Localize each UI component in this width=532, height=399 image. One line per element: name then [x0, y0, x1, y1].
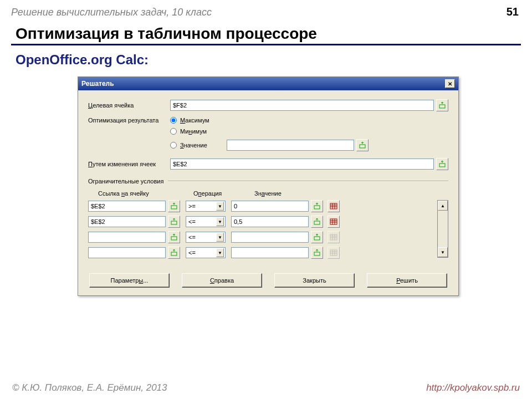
- changing-cells-ref-button[interactable]: [436, 158, 448, 170]
- constraint-row: >=▼: [88, 200, 432, 212]
- svg-rect-10: [171, 221, 177, 224]
- svg-rect-0: [439, 105, 445, 108]
- constraint-value-ref-button[interactable]: [311, 216, 323, 228]
- shrink-icon: [313, 249, 321, 257]
- title-rule: [11, 44, 521, 45]
- constraint-value-ref-button[interactable]: [311, 200, 323, 212]
- radio-value[interactable]: [170, 142, 177, 149]
- constraints-group-label: Ограничительные условия: [88, 178, 448, 185]
- delete-row-icon: [330, 218, 337, 225]
- radio-maximum[interactable]: [170, 117, 177, 124]
- constraint-delete-button: [328, 231, 340, 243]
- svg-rect-3: [171, 206, 177, 209]
- col-header-val: Значение: [254, 190, 332, 197]
- value-input[interactable]: [227, 140, 354, 151]
- constraint-value-input[interactable]: [231, 247, 309, 258]
- constraint-op-select[interactable]: >=▼: [186, 201, 226, 212]
- constraint-ref-button[interactable]: [168, 200, 180, 212]
- constraint-ref-input[interactable]: [88, 232, 166, 243]
- col-header-op: Операция: [193, 190, 254, 197]
- shrink-icon: [438, 101, 446, 109]
- constraint-row: <=▼: [88, 247, 432, 259]
- constraint-delete-button: [328, 247, 340, 259]
- constraint-headers: Ссылка на ячейку Операция Значение: [98, 190, 448, 197]
- dialog-titlebar[interactable]: Решатель ✕: [78, 77, 458, 90]
- optimize-result-label: Оптимизация результата: [88, 117, 170, 124]
- slide-subtitle: OpenOffice.org Calc:: [0, 51, 532, 73]
- svg-rect-12: [330, 219, 337, 224]
- constraint-value-ref-button[interactable]: [311, 231, 323, 243]
- footer-url: http://kpolyakov.spb.ru: [426, 382, 520, 393]
- footer-copyright: © К.Ю. Поляков, Е.А. Ерёмин, 2013: [12, 382, 167, 393]
- constraint-op-select[interactable]: <=▼: [186, 216, 226, 227]
- constraint-op-value: <=: [188, 218, 196, 225]
- constraint-delete-button[interactable]: [328, 216, 340, 228]
- radio-minimum[interactable]: [170, 128, 177, 135]
- solve-button[interactable]: Решить: [367, 273, 447, 288]
- constraint-value-ref-button[interactable]: [311, 247, 323, 259]
- dialog-body: Целевая ячейка Оптимизация результата Ма…: [78, 90, 458, 295]
- slide-footer: © К.Ю. Поляков, Е.А. Ерёмин, 2013 http:/…: [0, 382, 532, 393]
- close-icon: ✕: [448, 81, 452, 87]
- shrink-icon: [170, 249, 178, 257]
- constraint-op-value: <=: [188, 249, 196, 256]
- constraint-value-input[interactable]: [231, 201, 309, 212]
- target-cell-ref-button[interactable]: [436, 99, 448, 111]
- shrink-icon: [313, 218, 321, 226]
- col-header-ref: Ссылка на ячейку: [98, 190, 193, 197]
- radio-minimum-label: Минимум: [180, 128, 207, 135]
- dropdown-arrow-icon: ▼: [216, 233, 224, 242]
- changing-cells-input[interactable]: [170, 158, 434, 170]
- constraint-value-input[interactable]: [231, 232, 309, 243]
- scroll-down-button[interactable]: ▼: [438, 247, 448, 257]
- slide-course-header: Решение вычислительных задач, 10 класс: [0, 0, 532, 21]
- shrink-icon: [313, 233, 321, 241]
- solver-dialog: Решатель ✕ Целевая ячейка Оптимизация ре…: [78, 76, 459, 296]
- target-cell-label: Целевая ячейка: [88, 102, 170, 109]
- svg-rect-1: [360, 145, 365, 148]
- value-ref-button[interactable]: [356, 139, 369, 151]
- help-button[interactable]: Справка: [182, 273, 262, 288]
- svg-rect-17: [171, 237, 177, 240]
- close-button[interactable]: ✕: [445, 79, 455, 88]
- constraint-op-value: <=: [188, 234, 196, 241]
- svg-rect-26: [330, 250, 337, 255]
- constraint-row: <=▼: [88, 216, 432, 228]
- constraint-rows: >=▼<=▼<=▼<=▼: [88, 200, 432, 262]
- svg-rect-4: [314, 206, 320, 209]
- constraint-op-select[interactable]: <=▼: [186, 247, 226, 258]
- dropdown-arrow-icon: ▼: [216, 202, 224, 211]
- constraint-row: <=▼: [88, 231, 432, 243]
- constraint-ref-input[interactable]: [88, 216, 166, 227]
- svg-rect-24: [171, 252, 177, 255]
- constraint-ref-button[interactable]: [168, 216, 180, 228]
- svg-rect-11: [314, 221, 320, 224]
- scroll-up-button[interactable]: ▲: [438, 201, 448, 211]
- constraint-op-value: >=: [188, 203, 196, 209]
- params-button[interactable]: Параметры...: [89, 273, 170, 288]
- delete-row-icon: [330, 234, 337, 241]
- dropdown-arrow-icon: ▼: [216, 248, 224, 257]
- svg-rect-5: [330, 203, 337, 209]
- shrink-icon: [170, 218, 178, 226]
- constraint-delete-button[interactable]: [328, 200, 340, 212]
- constraint-value-input[interactable]: [231, 216, 309, 227]
- constraint-ref-button[interactable]: [168, 247, 180, 259]
- constraint-ref-input[interactable]: [88, 201, 166, 212]
- dialog-title: Решатель: [81, 80, 114, 88]
- constraints-scrollbar[interactable]: ▲ ▼: [437, 200, 448, 258]
- svg-rect-18: [314, 237, 320, 240]
- constraint-ref-button[interactable]: [168, 231, 180, 243]
- dropdown-arrow-icon: ▼: [216, 217, 224, 226]
- target-cell-input[interactable]: [170, 100, 434, 111]
- page-number: 51: [507, 6, 519, 18]
- shrink-icon: [359, 141, 366, 149]
- svg-rect-25: [314, 252, 320, 255]
- shrink-icon: [170, 202, 178, 210]
- constraint-op-select[interactable]: <=▼: [186, 232, 226, 243]
- constraint-ref-input[interactable]: [88, 247, 166, 258]
- shrink-icon: [170, 233, 178, 241]
- close-dialog-button[interactable]: Закрыть: [274, 273, 355, 288]
- delete-row-icon: [330, 249, 337, 256]
- svg-rect-2: [439, 163, 445, 167]
